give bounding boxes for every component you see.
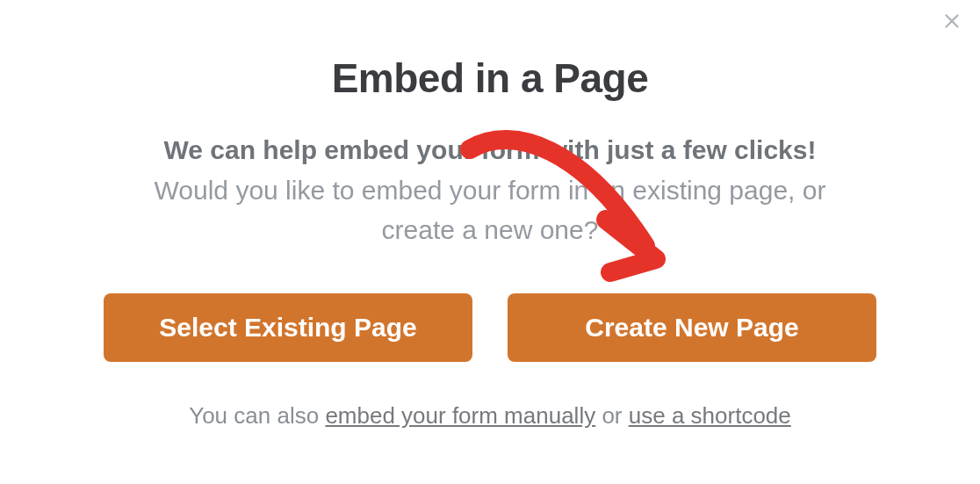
- footer-middle: or: [595, 402, 629, 429]
- create-new-page-button[interactable]: Create New Page: [508, 293, 876, 362]
- subtitle-line2: create a new one?: [382, 215, 599, 244]
- modal-subtitle-bold: We can help embed your form with just a …: [0, 135, 980, 165]
- modal-title: Embed in a Page: [0, 54, 980, 102]
- footer-prefix: You can also: [189, 402, 325, 429]
- embed-modal: Embed in a Page We can help embed your f…: [0, 0, 980, 430]
- select-existing-page-button[interactable]: Select Existing Page: [104, 293, 472, 362]
- modal-subtitle: Would you like to embed your form in an …: [0, 170, 980, 249]
- use-shortcode-link[interactable]: use a shortcode: [629, 402, 791, 429]
- modal-footer: You can also embed your form manually or…: [0, 402, 980, 430]
- embed-manually-link[interactable]: embed your form manually: [325, 402, 595, 429]
- button-row: Select Existing Page Create New Page: [0, 293, 980, 362]
- close-icon[interactable]: [940, 7, 964, 39]
- subtitle-line1: Would you like to embed your form in an …: [155, 176, 826, 205]
